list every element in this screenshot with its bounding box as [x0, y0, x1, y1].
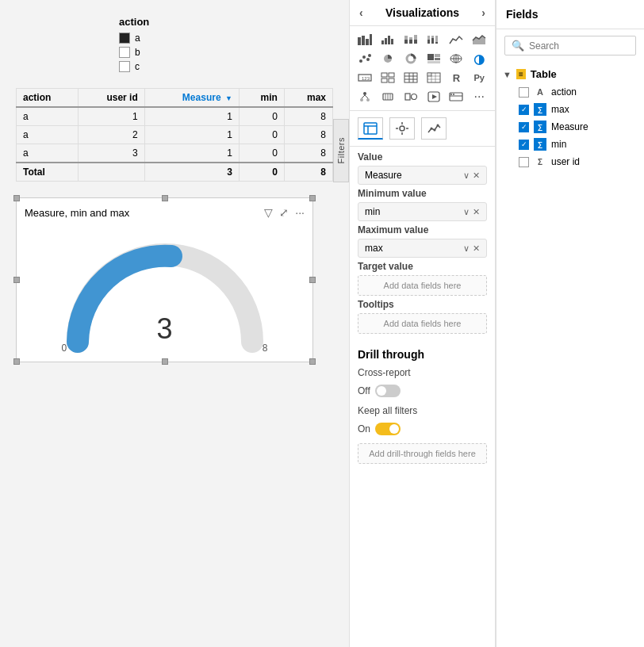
- collapse-icon[interactable]: ▼: [503, 70, 512, 79]
- svg-point-73: [400, 126, 404, 131]
- close-icon[interactable]: ✕: [473, 170, 480, 181]
- viz-icon-multicard[interactable]: [378, 69, 398, 86]
- svg-rect-13: [414, 35, 417, 40]
- viz-icon-python[interactable]: Py: [469, 69, 489, 86]
- viz-icon-gauge-small[interactable]: ◑: [469, 50, 489, 67]
- resize-handle-bm[interactable]: [162, 358, 168, 365]
- cell-userid: 2: [78, 126, 144, 144]
- keep-filters-toggle-track[interactable]: [375, 423, 401, 435]
- cross-report-toggle-thumb: [377, 386, 386, 396]
- svg-point-68: [450, 94, 452, 95]
- chevron-down-icon[interactable]: ∨: [463, 207, 470, 217]
- search-box[interactable]: 🔍: [504, 36, 636, 56]
- svg-point-69: [453, 94, 454, 95]
- viz-icon-scatter[interactable]: [355, 50, 375, 67]
- cell-max: 8: [284, 126, 332, 144]
- svg-rect-42: [404, 73, 417, 82]
- table-header[interactable]: ▼ ≡ Table: [496, 65, 644, 83]
- svg-rect-8: [391, 39, 393, 44]
- close-icon[interactable]: ✕: [473, 207, 480, 217]
- cell-action: a: [17, 144, 79, 163]
- fields-header: Fields: [496, 0, 644, 29]
- gauge-min: 0: [62, 343, 67, 354]
- viz-icon-shape[interactable]: [401, 88, 421, 105]
- viz-icons-grid: ◑ 123 R Py ···: [350, 26, 495, 111]
- svg-rect-11: [409, 37, 412, 40]
- viz-icon-decomp[interactable]: [355, 88, 375, 105]
- gauge-title: Measure, min and max: [25, 207, 129, 219]
- svg-rect-14: [414, 40, 417, 44]
- viz-icon-treemap[interactable]: [424, 50, 444, 67]
- viz-panel-arrow-right[interactable]: ›: [481, 6, 485, 19]
- min-pill[interactable]: min ∨ ✕: [358, 202, 487, 221]
- svg-point-56: [360, 98, 363, 101]
- viz-icon-100-bar[interactable]: [424, 31, 444, 48]
- more-icon[interactable]: ···: [295, 206, 305, 219]
- cross-report-toggle[interactable]: Off: [358, 385, 487, 397]
- search-input[interactable]: [529, 40, 629, 52]
- viz-icon-more[interactable]: ···: [469, 88, 489, 105]
- viz-icon-pie[interactable]: [378, 50, 398, 67]
- field-userid-checkbox[interactable]: [519, 157, 529, 167]
- field-min-checkbox[interactable]: [519, 140, 529, 150]
- col-min: min: [239, 89, 284, 108]
- svg-rect-0: [358, 37, 361, 45]
- viz-icon-r[interactable]: R: [446, 69, 466, 86]
- svg-rect-7: [388, 36, 390, 44]
- legend-box-a: [119, 33, 130, 44]
- cross-report-toggle-track[interactable]: [375, 385, 401, 397]
- cell-min: 0: [239, 144, 284, 163]
- viz-icon-stacked-bar[interactable]: [401, 31, 421, 48]
- viz-icon-card[interactable]: 123: [355, 69, 375, 86]
- focus-icon[interactable]: ⤢: [279, 206, 289, 219]
- viz-icon-matrix[interactable]: [424, 69, 444, 86]
- resize-handle-br[interactable]: [309, 358, 316, 365]
- field-Measure: ∑ Measure: [496, 118, 644, 136]
- chevron-down-icon[interactable]: ∨: [463, 170, 470, 181]
- max-pill[interactable]: max ∨ ✕: [358, 239, 487, 258]
- resize-handle-tm[interactable]: [162, 195, 168, 201]
- svg-point-23: [362, 56, 366, 59]
- viz-icon-ai[interactable]: [378, 88, 398, 105]
- col-measure[interactable]: Measure ▼: [144, 89, 239, 108]
- viz-format-icon[interactable]: [389, 117, 415, 140]
- svg-rect-5: [381, 40, 384, 44]
- chevron-down-icon[interactable]: ∨: [463, 243, 470, 254]
- filter-icon[interactable]: ▽: [264, 206, 273, 219]
- field-measure-checkbox[interactable]: [519, 122, 529, 132]
- viz-icon-map[interactable]: [446, 50, 466, 67]
- resize-handle-tl[interactable]: [13, 195, 20, 201]
- measure-pill[interactable]: Measure ∨ ✕: [358, 166, 487, 185]
- resize-handle-tr[interactable]: [309, 195, 316, 201]
- viz-fields-icon[interactable]: [358, 117, 383, 140]
- viz-icon-website[interactable]: [446, 88, 466, 105]
- svg-rect-3: [370, 34, 372, 45]
- keep-filters-toggle[interactable]: On: [358, 423, 487, 435]
- table-row: a 3 1 0 8: [17, 144, 333, 163]
- drill-through-placeholder[interactable]: Add drill-through fields here: [358, 443, 487, 464]
- svg-rect-62: [405, 94, 410, 100]
- field-max-checkbox[interactable]: [519, 105, 529, 115]
- viz-panel-arrow-left[interactable]: ‹: [359, 6, 363, 19]
- viz-analytics-icon[interactable]: [421, 117, 447, 140]
- resize-handle-bl[interactable]: [13, 358, 20, 365]
- total-row: Total 3 0 8: [17, 163, 333, 182]
- keep-filters-label: Keep all filters: [358, 405, 417, 416]
- tooltips-placeholder[interactable]: Add data fields here: [358, 313, 487, 334]
- field-userid-type: Σ: [534, 155, 546, 168]
- target-placeholder[interactable]: Add data fields here: [358, 275, 487, 296]
- resize-handle-rm[interactable]: [309, 277, 316, 283]
- viz-icon-bar[interactable]: [355, 31, 375, 48]
- close-icon[interactable]: ✕: [473, 243, 480, 254]
- cell-measure: 1: [144, 107, 239, 126]
- viz-icon-table-small[interactable]: [401, 69, 421, 86]
- svg-marker-65: [432, 94, 437, 99]
- viz-icon-line[interactable]: [446, 31, 466, 48]
- viz-icon-area[interactable]: [469, 31, 489, 48]
- field-action-checkbox[interactable]: [519, 87, 529, 98]
- viz-icon-donut[interactable]: [401, 50, 421, 67]
- viz-icon-column[interactable]: [378, 31, 398, 48]
- filters-tab[interactable]: Filters: [333, 119, 349, 182]
- viz-icon-powerapp[interactable]: [424, 88, 444, 105]
- resize-handle-lm[interactable]: [13, 277, 20, 283]
